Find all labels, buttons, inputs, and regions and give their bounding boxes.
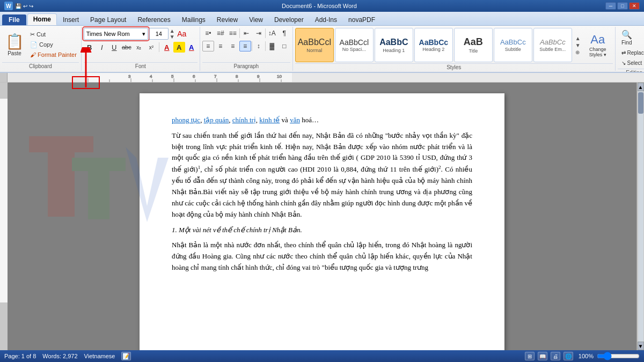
ribbon-tabs: File Home Insert Page Layout References … — [0, 12, 644, 26]
styles-scroll-up[interactable]: ▲ — [574, 35, 582, 42]
minimize-button[interactable]: ─ — [605, 2, 616, 10]
subscript-button[interactable]: x₂ — [133, 42, 145, 53]
show-formatting[interactable]: ¶ — [279, 28, 290, 39]
font-size-increase[interactable]: ▲ — [170, 28, 175, 34]
align-justify[interactable]: ≡ — [239, 41, 251, 51]
view-reading[interactable]: 📖 — [538, 352, 547, 360]
clipboard-content: 📋 Paste ✂ Cut 📄 Copy 🖌 Format Painter — [2, 28, 79, 61]
tab-page-layout[interactable]: Page Layout — [85, 14, 131, 25]
quick-undo[interactable]: ↩ — [23, 3, 27, 9]
view-print[interactable]: 🖨 — [551, 352, 560, 360]
doc-paragraph-1: Từ sau chiến tranh thế giới lần thứ hai … — [172, 130, 472, 220]
line-spacing[interactable]: ↕ — [253, 41, 265, 51]
borders-button[interactable]: □ — [279, 41, 290, 51]
styles-expand[interactable]: ⊕ — [574, 49, 582, 56]
title-bar-left: W 💾 ↩ ↪ — [4, 2, 33, 10]
align-right[interactable]: ≡ — [227, 41, 239, 51]
title-text: Document6 - Microsoft Word — [282, 3, 357, 9]
paste-button[interactable]: 📋 Paste — [2, 28, 27, 61]
tab-addins[interactable]: Add-Ins — [310, 14, 342, 25]
highlight-button[interactable]: A — [173, 42, 185, 53]
zoom-slider[interactable] — [597, 353, 640, 359]
font-name-selector[interactable]: Times New Rom ▾ — [84, 28, 148, 40]
copy-button[interactable]: 📄 Copy — [28, 40, 79, 49]
align-center[interactable]: ≡ — [215, 41, 226, 51]
scroll-track — [638, 91, 643, 342]
view-web[interactable]: 🌐 — [564, 352, 573, 360]
close-button[interactable]: ✕ — [629, 2, 640, 10]
bold-button[interactable]: B — [84, 42, 96, 53]
multilevel-list[interactable]: ≡≡ — [227, 28, 239, 39]
ribbon: 📋 Paste ✂ Cut 📄 Copy 🖌 Format Painter Cl… — [0, 26, 644, 73]
font-color-button[interactable]: A — [161, 42, 173, 53]
align-left[interactable]: ≡ — [202, 41, 214, 51]
ruler-corner — [0, 73, 8, 82]
font-size-decrease[interactable]: ▼ — [170, 34, 175, 40]
strikethrough-button[interactable]: abc — [121, 42, 133, 53]
shading-button[interactable]: A — [186, 42, 197, 53]
replace-button[interactable]: ⇄ Replace — [618, 48, 644, 57]
scroll-thumb[interactable] — [638, 92, 643, 114]
tab-review[interactable]: Review — [211, 14, 243, 25]
style-subtle-em[interactable]: AaBbCc Subtle Em... — [533, 28, 572, 62]
font-size-box[interactable]: 14 — [149, 28, 169, 40]
zoom-level: 100% — [579, 353, 594, 359]
tab-novapdf[interactable]: novaPDF — [343, 14, 380, 25]
svg-rect-24 — [0, 99, 8, 302]
style-no-spacing[interactable]: AaBbCcl No Spaci... — [335, 28, 374, 62]
quick-save[interactable]: 💾 — [15, 3, 21, 9]
scroll-down-button[interactable]: ▼ — [638, 342, 644, 350]
tab-home[interactable]: Home — [27, 13, 57, 25]
view-normal[interactable]: ⊞ — [525, 352, 535, 360]
numbering-button[interactable]: ≡# — [215, 28, 226, 39]
change-styles-button[interactable]: Aa ChangeStyles ▾ — [583, 28, 613, 62]
superscript-button[interactable]: x² — [145, 42, 157, 53]
editing-content: 🔍 Find ⇄ Replace ↘ Select — [618, 28, 644, 68]
right-scrollbar[interactable]: ▲ ▼ — [636, 83, 644, 350]
clipboard-small-buttons: ✂ Cut 📄 Copy 🖌 Format Painter — [28, 28, 79, 61]
ribbon-group-editing: 🔍 Find ⇄ Replace ↘ Select Editing — [616, 27, 644, 71]
divider — [265, 41, 266, 51]
font-label: Font — [84, 62, 197, 70]
svg-text:10: 10 — [277, 74, 282, 79]
svg-text:6: 6 — [193, 74, 195, 79]
styles-scroll-down[interactable]: ▼ — [574, 42, 582, 49]
sort-button[interactable]: ↕A — [266, 28, 278, 39]
word-count: Words: 2,972 — [42, 353, 77, 359]
tab-mailings[interactable]: Mailings — [177, 14, 211, 25]
horizontal-ruler: 3 4 5 6 7 8 9 10 — [8, 73, 644, 82]
style-normal[interactable]: AaBbCcl Normal — [295, 28, 334, 62]
paragraph-label: Paragraph — [202, 62, 290, 70]
decrease-indent[interactable]: ⇤ — [240, 28, 252, 39]
language-indicator[interactable]: Vietnamese — [84, 353, 115, 359]
document-scroll[interactable]: Activate Windows Go to Settings to activ… — [8, 83, 636, 350]
shading-para[interactable]: ▓ — [266, 41, 278, 51]
styles-gallery: AaBbCcl Normal AaBbCcl No Spaci... AaBbC… — [295, 28, 572, 62]
bullets-button[interactable]: ≡• — [202, 28, 214, 39]
italic-button[interactable]: I — [96, 42, 108, 53]
cut-button[interactable]: ✂ Cut — [28, 30, 79, 39]
paragraph-row2: ≡ ≡ ≡ ≡ ↕ ▓ □ — [202, 41, 290, 51]
tab-references[interactable]: References — [132, 14, 175, 25]
style-subtitle[interactable]: AaBbCc Subtitle — [494, 28, 532, 62]
tab-developer[interactable]: Developer — [269, 14, 309, 25]
underline-button[interactable]: U — [108, 42, 120, 53]
tab-view[interactable]: View — [244, 14, 268, 25]
style-heading2[interactable]: AaBbCc Heading 2 — [414, 28, 453, 62]
restore-button[interactable]: □ — [617, 2, 628, 10]
increase-indent[interactable]: ⇥ — [253, 28, 265, 39]
document-page[interactable]: Activate Windows Go to Settings to activ… — [140, 93, 504, 350]
style-heading1[interactable]: AaBbC Heading 1 — [375, 28, 413, 62]
tab-file[interactable]: File — [2, 14, 26, 25]
scroll-up-button[interactable]: ▲ — [638, 83, 644, 91]
select-button[interactable]: ↘ Select — [618, 58, 644, 68]
tab-insert[interactable]: Insert — [57, 14, 84, 25]
style-title[interactable]: AaB Title — [454, 28, 493, 62]
document-mode-icon[interactable]: 📝 — [121, 352, 131, 360]
find-button[interactable]: 🔍 Find — [618, 28, 636, 47]
quick-redo[interactable]: ↪ — [29, 3, 33, 9]
styles-scroll: ▲ ▼ ⊕ — [574, 35, 582, 56]
format-painter-button[interactable]: 🖌 Format Painter — [28, 50, 79, 59]
clear-formatting-button[interactable]: Aa — [176, 28, 188, 39]
svg-text:8: 8 — [236, 74, 238, 79]
